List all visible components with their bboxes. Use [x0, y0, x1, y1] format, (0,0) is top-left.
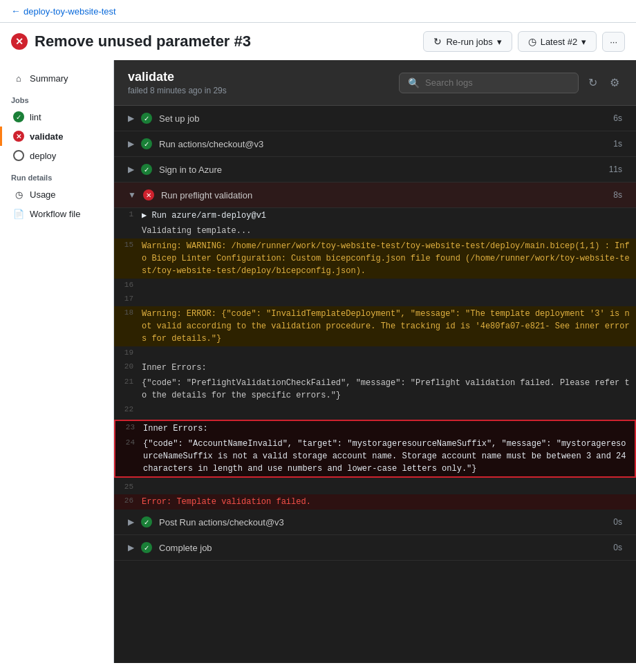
log-line: 19	[114, 346, 636, 360]
job-preflight-row[interactable]: ▼ ✕ Run preflight validation 8s	[114, 183, 636, 208]
top-bar: ← deploy-toy-website-test	[0, 0, 636, 23]
latest-button[interactable]: ◷ Latest #2 ▾	[518, 31, 597, 52]
check-circle: ✓	[13, 111, 24, 122]
post-checkout-job-name: Post Run actions/checkout@v3	[159, 517, 606, 528]
azure-job-name: Sign in to Azure	[159, 165, 602, 175]
checkout-job-name: Run actions/checkout@v3	[159, 139, 606, 149]
validate-status-icon: ✕	[13, 131, 24, 142]
lint-status-icon: ✓	[13, 111, 24, 122]
complete-chevron-icon: ▶	[128, 543, 134, 552]
log-title-block: validate failed 8 minutes ago in 29s	[128, 70, 227, 95]
rerun-chevron-icon: ▾	[497, 37, 502, 47]
log-line: Validating template...	[114, 223, 636, 239]
back-arrow-icon: ←	[11, 6, 21, 17]
title-left: ✕ Remove unused parameter #3	[11, 32, 251, 50]
post-checkout-chevron-icon: ▶	[128, 517, 134, 527]
azure-duration: 11s	[609, 165, 622, 174]
complete-status-icon: ✓	[141, 542, 152, 553]
log-line: 16	[114, 279, 636, 292]
rerun-icon: ↻	[433, 36, 442, 47]
x-circle: ✕	[13, 131, 24, 142]
log-line-20: 20 Inner Errors:	[114, 360, 636, 375]
deploy-status-icon	[13, 150, 24, 161]
post-checkout-duration: 0s	[613, 517, 622, 527]
preflight-status-icon: ✕	[143, 189, 154, 200]
search-input[interactable]	[425, 77, 570, 88]
setup-chevron-icon: ▶	[128, 113, 134, 123]
usage-icon: ◷	[13, 189, 24, 200]
job-post-checkout-row[interactable]: ▶ ✓ Post Run actions/checkout@v3 0s	[114, 510, 636, 535]
checkout-status-icon: ✓	[141, 138, 152, 149]
rerun-jobs-button[interactable]: ↻ Re-run jobs ▾	[423, 31, 512, 52]
checkout-chevron-icon: ▶	[128, 139, 134, 149]
sidebar-item-usage[interactable]: ◷ Usage	[0, 185, 113, 204]
sidebar-item-validate[interactable]: ✕ validate	[0, 127, 113, 146]
log-line-26-error: 26 Error: Template validation failed.	[114, 494, 636, 510]
sidebar-item-workflow[interactable]: 📄 Workflow file	[0, 204, 113, 223]
workflow-icon: 📄	[13, 208, 24, 219]
log-title: validate	[128, 70, 227, 84]
complete-job-name: Complete job	[159, 543, 606, 553]
azure-chevron-icon: ▶	[128, 165, 134, 174]
azure-status-icon: ✓	[141, 164, 152, 175]
job-checkout-row[interactable]: ▶ ✓ Run actions/checkout@v3 1s	[114, 131, 636, 157]
back-text: deploy-toy-website-test	[24, 6, 116, 17]
sidebar: ⌂ Summary Jobs ✓ lint ✕ validate deploy …	[0, 60, 114, 663]
setup-job-name: Set up job	[159, 113, 606, 124]
log-line-22: 22	[114, 403, 636, 417]
settings-button[interactable]: ⚙	[607, 73, 622, 92]
log-header-right: 🔍 ↻ ⚙	[399, 73, 622, 93]
job-azure-row[interactable]: ▶ ✓ Sign in to Azure 11s	[114, 157, 636, 183]
latest-icon: ◷	[528, 36, 536, 47]
gray-circle	[13, 150, 24, 161]
search-box[interactable]: 🔍	[399, 73, 579, 93]
more-options-button[interactable]: ···	[602, 32, 625, 52]
log-line-warning: 15 Warning: WARNING: /home/runner/work/t…	[114, 239, 636, 279]
log-line-warning-18: 18 Warning: ERROR: {"code": "InvalidTemp…	[114, 306, 636, 346]
log-lines: 1 ▶ Run azure/arm-deploy@v1 Validating t…	[114, 208, 636, 510]
setup-duration: 6s	[613, 113, 622, 123]
error-icon: ✕	[11, 33, 28, 50]
log-header: validate failed 8 minutes ago in 29s 🔍 ↻…	[114, 60, 636, 106]
error-highlight-block: 23 Inner Errors: 24 {"code": "AccountNam…	[114, 420, 636, 478]
job-complete-row[interactable]: ▶ ✓ Complete job 0s	[114, 535, 636, 561]
latest-chevron-icon: ▾	[581, 37, 586, 47]
setup-status-icon: ✓	[141, 113, 152, 124]
log-content-area: validate failed 8 minutes ago in 29s 🔍 ↻…	[114, 60, 636, 663]
title-bar: ✕ Remove unused parameter #3 ↻ Re-run jo…	[0, 23, 636, 60]
main-layout: ⌂ Summary Jobs ✓ lint ✕ validate deploy …	[0, 60, 636, 663]
preflight-chevron-icon: ▼	[128, 190, 136, 200]
jobs-section-label: Jobs	[0, 88, 113, 107]
refresh-button[interactable]: ↻	[586, 73, 600, 92]
back-link[interactable]: ← deploy-toy-website-test	[11, 6, 116, 17]
log-line-23: 23 Inner Errors:	[115, 421, 635, 436]
job-setup-row[interactable]: ▶ ✓ Set up job 6s	[114, 106, 636, 131]
log-line-24: 24 {"code": "AccountNameInvalid", "targe…	[115, 436, 635, 476]
sidebar-item-lint[interactable]: ✓ lint	[0, 107, 113, 127]
sidebar-item-summary[interactable]: ⌂ Summary	[0, 68, 113, 88]
post-checkout-status-icon: ✓	[141, 516, 152, 528]
preflight-duration: 8s	[613, 190, 622, 200]
checkout-duration: 1s	[613, 139, 622, 149]
preflight-job-name: Run preflight validation	[161, 190, 606, 200]
home-icon: ⌂	[13, 73, 24, 84]
log-line-25: 25	[114, 480, 636, 494]
run-details-section-label: Run details	[0, 165, 113, 185]
log-subtitle: failed 8 minutes ago in 29s	[128, 86, 227, 95]
page-title: Remove unused parameter #3	[35, 32, 251, 50]
log-line: 1 ▶ Run azure/arm-deploy@v1	[114, 208, 636, 223]
log-line: 17	[114, 292, 636, 306]
title-actions: ↻ Re-run jobs ▾ ◷ Latest #2 ▾ ···	[423, 31, 625, 52]
search-icon: 🔍	[408, 77, 420, 88]
complete-duration: 0s	[613, 543, 622, 552]
log-line-21: 21 {"code": "PreflightValidationCheckFai…	[114, 375, 636, 403]
sidebar-item-deploy[interactable]: deploy	[0, 146, 113, 165]
